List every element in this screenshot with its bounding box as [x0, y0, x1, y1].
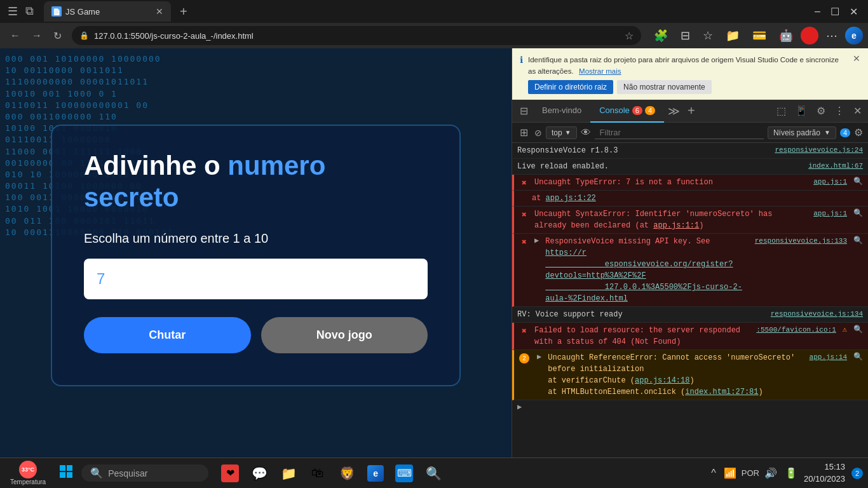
- tab-close-btn[interactable]: ✕: [156, 6, 163, 17]
- close-btn[interactable]: ✕: [844, 4, 863, 19]
- info-banner-close[interactable]: ✕: [853, 53, 860, 64]
- notification-badge[interactable]: 2: [851, 468, 863, 479]
- filter-input[interactable]: [595, 126, 764, 139]
- block-icon[interactable]: ⊘: [534, 128, 542, 138]
- taskbar-app-icon1[interactable]: ❤: [216, 462, 244, 485]
- info-count-badge: 4: [840, 128, 850, 137]
- settings-btn[interactable]: ⚙: [813, 102, 829, 119]
- title-line2: secreto: [84, 183, 428, 212]
- search-icon[interactable]: 🔍: [853, 236, 863, 245]
- forward-btn[interactable]: →: [27, 27, 47, 44]
- back-btn[interactable]: ←: [5, 27, 25, 44]
- log-source-link[interactable]: :5500/favicon.ico:1: [756, 325, 836, 334]
- address-bar: ← → ↻ 🔒 127.0.0.1:5500/js-curso-2-aula_-…: [0, 23, 868, 48]
- tray-expand-btn[interactable]: ^: [709, 466, 719, 480]
- copilot-btn[interactable]: 🤖: [774, 26, 798, 45]
- taskbar-app-icon3[interactable]: 📁: [275, 462, 302, 485]
- search-icon[interactable]: 🔍: [853, 325, 863, 334]
- taskbar-app-icon2[interactable]: 💬: [245, 462, 273, 485]
- favorites-btn[interactable]: ☆: [698, 26, 718, 45]
- language-indicator[interactable]: POR: [742, 468, 759, 478]
- extensions-btn[interactable]: 🧩: [649, 26, 673, 45]
- stack-link[interactable]: app.js:1:22: [546, 194, 596, 203]
- taskbar-app-vscode[interactable]: ⌨: [390, 462, 418, 485]
- log-source-link[interactable]: index.html:67: [808, 161, 863, 170]
- clock[interactable]: 15:13 20/10/2023: [804, 461, 845, 484]
- expand-icon[interactable]: ▶: [537, 352, 541, 362]
- profile-btn[interactable]: [801, 27, 818, 44]
- console-output: ResponsiveVoice r1.8.3 responsivevoice.j…: [512, 143, 868, 458]
- stack-link[interactable]: index.html:27:81: [685, 388, 758, 396]
- address-input-wrap[interactable]: 🔒 127.0.0.1:5500/js-curso-2-aula_-/index…: [72, 26, 641, 45]
- taskbar-app-icon5[interactable]: 🔍: [419, 462, 447, 485]
- more-menu-btn[interactable]: ⋯: [821, 26, 843, 45]
- error-icon: ✖: [519, 210, 529, 220]
- rv-link[interactable]: https://r esponsivevoice.org/register?de…: [545, 248, 742, 303]
- stack-link[interactable]: app.js:14:18: [635, 376, 689, 385]
- tab-console[interactable]: Console 6 4: [590, 100, 664, 123]
- eye-icon[interactable]: 👁: [581, 127, 591, 139]
- taskbar-app-icon4[interactable]: 🦁: [333, 462, 361, 485]
- split-screen-btn[interactable]: ⊟: [675, 26, 695, 45]
- console-settings-btn[interactable]: ⚙: [854, 126, 863, 139]
- log-source-link[interactable]: app.js:14: [810, 352, 847, 361]
- taskbar-app-edge[interactable]: e: [362, 463, 389, 484]
- novo-jogo-button[interactable]: Novo jogo: [261, 317, 428, 353]
- console-sidebar-toggle[interactable]: ⊞: [517, 125, 531, 140]
- star-icon[interactable]: ☆: [625, 30, 634, 42]
- levels-label: Níveis padrão: [773, 128, 820, 137]
- edge-logo: e: [845, 27, 863, 44]
- device-btn[interactable]: 📱: [791, 102, 811, 119]
- context-selector[interactable]: top ▼: [546, 126, 577, 139]
- search-placeholder: Pesquisar: [108, 468, 147, 478]
- devtools-close-btn[interactable]: ✕: [850, 102, 865, 119]
- more-options-btn[interactable]: ⋮: [831, 102, 848, 119]
- network-icon[interactable]: 📶: [721, 466, 739, 480]
- set-directory-btn[interactable]: Definir o diretório raiz: [528, 80, 613, 94]
- browser-wallet-btn[interactable]: 💳: [747, 26, 771, 45]
- log-entry-warn: 2 ▶ Uncaught ReferenceError: Cannot acce…: [512, 350, 868, 400]
- collections-btn[interactable]: 📁: [721, 26, 745, 45]
- log-source-link[interactable]: responsivevoice.js:24: [775, 145, 863, 154]
- levels-btn[interactable]: Níveis padrão ▼: [768, 126, 836, 139]
- log-source-link[interactable]: app.js:1: [813, 208, 847, 217]
- tab-overview-btn[interactable]: ⧉: [23, 2, 36, 21]
- sidebar-toggle-btn[interactable]: ☰: [5, 2, 20, 21]
- taskbar-app-store[interactable]: 🛍: [304, 462, 332, 485]
- add-tab-btn[interactable]: +: [684, 104, 699, 118]
- search-icon[interactable]: 🔍: [853, 208, 863, 218]
- log-source-link[interactable]: responsivevoice.js:134: [771, 309, 863, 318]
- start-button[interactable]: [53, 463, 79, 484]
- stack-link[interactable]: app.js:1:1: [653, 221, 699, 230]
- minimize-btn[interactable]: –: [810, 4, 825, 19]
- log-source-link[interactable]: responsivevoice.js:133: [755, 236, 847, 245]
- devtools-sidebar-btn[interactable]: ⊟: [515, 105, 533, 117]
- browser-tab-js-game[interactable]: 📄 JS Game ✕: [44, 1, 171, 22]
- speaker-icon[interactable]: 🔊: [762, 466, 780, 480]
- expand-row[interactable]: ▶: [512, 400, 868, 413]
- expand-arrow: ▶: [517, 402, 522, 411]
- log-source-link[interactable]: app.js:1: [813, 177, 847, 186]
- lock-icon: 🔒: [79, 31, 89, 40]
- expand-icon[interactable]: ▶: [534, 236, 539, 245]
- chutar-button[interactable]: Chutar: [84, 317, 251, 353]
- tab-welcome[interactable]: Bem-vindo: [533, 100, 590, 123]
- more-tabs-btn[interactable]: ≫: [664, 104, 684, 118]
- devtools-tabs: ⊟ Bem-vindo Console 6 4 ≫ + ⬚ 📱 ⚙ ⋮ ✕: [512, 100, 868, 123]
- dont-show-btn[interactable]: Não mostrar novamente: [617, 80, 712, 94]
- taskbar-search[interactable]: 🔍 Pesquisar: [81, 464, 208, 482]
- tab-title: JS Game: [65, 7, 152, 17]
- search-icon[interactable]: 🔍: [853, 352, 863, 362]
- number-input[interactable]: [84, 259, 428, 299]
- new-tab-btn[interactable]: +: [176, 4, 191, 19]
- battery-icon[interactable]: 🔋: [782, 466, 800, 480]
- search-icon[interactable]: 🔍: [853, 177, 863, 186]
- refresh-btn[interactable]: ↻: [48, 27, 67, 44]
- info-icon: ℹ: [520, 55, 523, 65]
- temperature-widget[interactable]: 33°C Temperatura: [5, 459, 51, 487]
- inspect-btn[interactable]: ⬚: [773, 102, 790, 119]
- log-entry-error: ✖ ▶ ResponsiveVoice missing API key. See…: [512, 234, 868, 307]
- show-more-link[interactable]: Mostrar mais: [579, 67, 621, 75]
- maximize-btn[interactable]: ☐: [825, 4, 844, 19]
- error-icon: ✖: [519, 178, 529, 188]
